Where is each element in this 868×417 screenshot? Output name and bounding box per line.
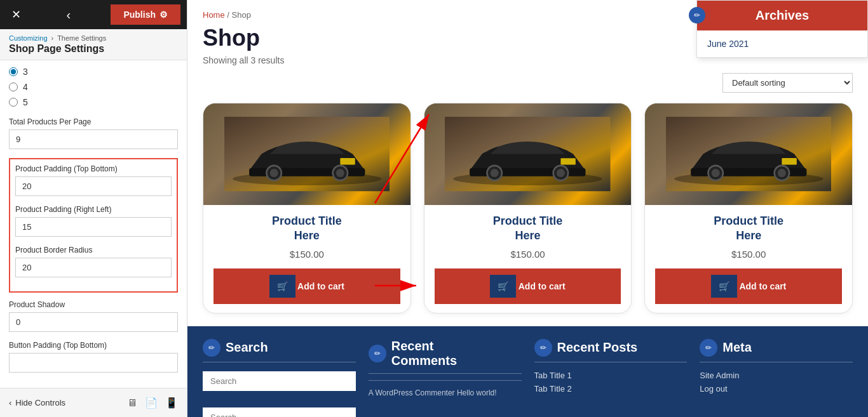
widget-search-divider [203, 362, 356, 362]
radio-3[interactable] [9, 67, 18, 76]
left-chevron-icon: ‹ [9, 398, 11, 407]
breadcrumb-home[interactable]: Home [203, 10, 225, 20]
product-info-2: Product TitleHere $150.00 🛒 Add to cart [424, 205, 632, 313]
sidebar-page-title: Shop Page Settings [9, 43, 178, 55]
widget-search-edit-icon[interactable]: ✏ [203, 339, 220, 357]
product-image-placeholder-3 [645, 103, 852, 205]
radio-4[interactable] [9, 83, 18, 91]
widget-posts-edit-icon[interactable]: ✏ [534, 339, 552, 357]
border-radius-field-group: Product Border Radius [15, 246, 172, 277]
product-title-1: Product TitleHere [214, 214, 400, 244]
product-card-3: Product TitleHere $150.00 🛒 Add to cart [644, 103, 853, 314]
widget-posts-list: Tab Title 1 Tab Title 2 [534, 369, 688, 395]
add-to-cart-button-2[interactable]: 🛒 Add to cart [435, 268, 621, 304]
widget-posts-title: Recent Posts [557, 340, 638, 355]
svg-rect-7 [340, 159, 355, 165]
product-price-3: $150.00 [655, 249, 842, 260]
radio-3-label: 3 [23, 67, 28, 77]
breadcrumb-separator: › [51, 34, 54, 42]
main-preview: ✏ Archives June 2021 Home / Shop Shop Sh… [187, 0, 868, 417]
widget-posts-header: ✏ Recent Posts [534, 339, 688, 357]
shadow-label: Product Shadow [9, 300, 178, 309]
sidebar-breadcrumb: Customizing › Theme Settings Shop Page S… [0, 29, 187, 60]
radio-item-3[interactable]: 3 [9, 67, 178, 77]
archives-title: Archives [707, 8, 857, 23]
hide-controls-button[interactable]: ‹ Hide Controls [9, 398, 65, 407]
widget-meta: ✏ Meta Site Admin Log out [700, 339, 853, 417]
desktop-view-button[interactable]: 🖥 [127, 397, 137, 409]
widget-comments-title: RecentComments [391, 339, 457, 368]
widget-search-input[interactable] [203, 371, 356, 391]
widget-posts-item-1: Tab Title 1 [534, 369, 688, 382]
tablet-view-button[interactable]: 📄 [145, 397, 158, 409]
button-padding-field-group: Button Padding (Top Bottom) [9, 341, 178, 373]
padding-right-left-input[interactable] [15, 217, 172, 237]
breadcrumb-sep: / [227, 10, 229, 20]
widget-posts-item-2: Tab Title 2 [534, 382, 688, 395]
add-to-cart-label-2: Add to cart [516, 281, 565, 291]
padding-right-left-field-group: Product Padding (Right Left) [15, 205, 172, 237]
product-card-2: Product TitleHere $150.00 🛒 Add to cart [424, 103, 632, 314]
total-products-input[interactable] [9, 129, 178, 149]
breadcrumb-shop: Shop [232, 10, 251, 20]
widget-comments-header: ✏ RecentComments [369, 339, 522, 368]
cart-icon-3: 🛒 [711, 275, 737, 298]
widget-comments-edit-icon[interactable]: ✏ [369, 345, 386, 362]
widget-meta-divider [700, 362, 853, 362]
widget-search-input-2[interactable] [203, 407, 356, 417]
product-info-1: Product TitleHere $150.00 🛒 Add to cart [203, 205, 410, 313]
widget-search: ✏ Search [203, 339, 356, 417]
product-image-3 [645, 103, 852, 205]
gear-icon: ⚙ [159, 10, 168, 20]
add-to-cart-button-1[interactable]: 🛒 Add to cart [214, 268, 400, 304]
widget-comments-divider [369, 373, 522, 374]
padding-border-group: Product Padding (Top Bottom) Product Pad… [9, 158, 178, 293]
widget-meta-title: Meta [722, 340, 752, 355]
padding-top-bottom-input[interactable] [15, 176, 172, 196]
product-card-1: Product TitleHere $150.00 🛒 Add to cart [203, 103, 411, 314]
back-button[interactable]: ‹ [61, 5, 76, 25]
total-products-field-group: Total Products Per Page [9, 117, 178, 149]
total-products-label: Total Products Per Page [9, 117, 178, 126]
sort-select[interactable]: Default sorting Sort by popularity Sort … [722, 73, 853, 93]
add-to-cart-button-3[interactable]: 🛒 Add to cart [655, 268, 842, 304]
product-image-placeholder-2 [424, 103, 632, 205]
svg-point-4 [269, 169, 278, 177]
product-title-2: Product TitleHere [435, 214, 621, 244]
cart-icon-2: 🛒 [490, 275, 516, 298]
breadcrumb-link[interactable]: Customizing [9, 34, 48, 42]
widget-search-header: ✏ Search [203, 339, 356, 357]
product-price-2: $150.00 [435, 249, 621, 260]
padding-right-left-label: Product Padding (Right Left) [15, 205, 172, 214]
cart-icon-1: 🛒 [269, 275, 295, 298]
radio-item-5[interactable]: 5 [9, 97, 178, 107]
sidebar: ✕ ‹ Publish ⚙ Customizing › Theme Settin… [0, 0, 187, 417]
widget-meta-list: Site Admin Log out [700, 369, 853, 395]
button-padding-input[interactable] [9, 353, 178, 373]
widget-comments-divider-2 [369, 380, 522, 381]
radio-5[interactable] [9, 98, 18, 107]
widget-meta-edit-icon[interactable]: ✏ [700, 339, 717, 357]
publish-button[interactable]: Publish ⚙ [111, 4, 180, 25]
widget-recent-comments: ✏ RecentComments A WordPress Commenter H… [369, 339, 522, 417]
widget-comments-desc: A WordPress Commenter Hello world! [369, 387, 522, 399]
breadcrumb-section: Theme Settings [57, 34, 106, 42]
widget-posts-divider [534, 362, 688, 362]
radio-item-4[interactable]: 4 [9, 82, 178, 92]
shadow-input[interactable] [9, 312, 178, 332]
archives-june-link[interactable]: June 2021 [707, 39, 749, 49]
archives-widget: ✏ Archives June 2021 [696, 0, 868, 58]
border-radius-input[interactable] [15, 258, 172, 277]
close-button[interactable]: ✕ [6, 5, 26, 24]
mobile-view-button[interactable]: 📱 [165, 397, 178, 409]
add-to-cart-label-1: Add to cart [295, 281, 344, 291]
product-image-1 [203, 103, 410, 205]
radio-5-label: 5 [23, 97, 28, 107]
padding-top-bottom-field-group: Product Padding (Top Bottom) [15, 164, 172, 196]
publish-label: Publish [123, 10, 156, 20]
widget-meta-item-2: Log out [700, 382, 853, 395]
products-grid: Product TitleHere $150.00 🛒 Add to cart [203, 103, 853, 314]
radio-4-label: 4 [23, 82, 28, 92]
svg-point-14 [557, 169, 565, 177]
archives-edit-icon[interactable]: ✏ [689, 7, 705, 23]
